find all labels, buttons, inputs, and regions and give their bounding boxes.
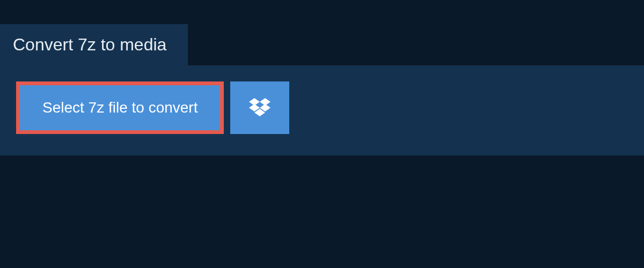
dropbox-icon [249, 98, 270, 117]
converter-panel: Select 7z file to convert [0, 65, 644, 155]
dropbox-button[interactable] [230, 81, 289, 134]
select-file-button[interactable]: Select 7z file to convert [16, 81, 224, 134]
tab-header: Convert 7z to media [0, 24, 188, 65]
page-title: Convert 7z to media [13, 35, 166, 55]
button-row: Select 7z file to convert [16, 81, 628, 134]
